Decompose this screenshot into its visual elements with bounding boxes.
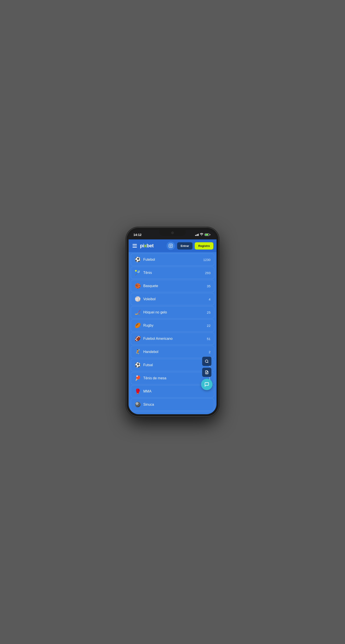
- registro-button[interactable]: Registro: [195, 242, 213, 250]
- notch: [159, 230, 186, 236]
- header: pixbet Entrar Registro: [129, 240, 216, 252]
- hamburger-button[interactable]: [132, 243, 138, 248]
- sport-emoji: 🏀: [135, 283, 141, 289]
- sport-name: MMA: [143, 390, 208, 394]
- sport-name: Tênis: [143, 271, 202, 275]
- sport-emoji: 🏉: [135, 323, 141, 328]
- sport-item-voleibol[interactable]: 🏐 Voleibol 4: [131, 293, 214, 305]
- sport-count: 4: [209, 298, 210, 301]
- status-icons: ⚡: [195, 233, 210, 236]
- phone-frame: 14:12 ⚡: [126, 228, 219, 416]
- sport-item-basquete[interactable]: 🏀 Basquete 35: [131, 280, 214, 292]
- sport-emoji: 🏓: [135, 375, 141, 381]
- entrar-button[interactable]: Entrar: [177, 242, 192, 250]
- instagram-button[interactable]: [167, 242, 175, 250]
- sport-emoji: 🤾: [135, 349, 141, 355]
- signal-icon: [195, 233, 199, 236]
- sport-emoji: ⚽: [135, 362, 141, 368]
- status-time: 14:12: [133, 233, 142, 236]
- sport-count: 1230: [203, 258, 210, 262]
- sport-item-tênis[interactable]: 🎾 Tênis 293: [131, 267, 214, 279]
- sport-item-futebol-americano[interactable]: 🏈 Futebol Americano 51: [131, 332, 214, 345]
- search-fab-button[interactable]: [202, 357, 211, 366]
- sport-count: 51: [207, 337, 210, 341]
- sport-name: Hóquei no gelo: [143, 310, 204, 314]
- sport-item-hóquei-no-gelo[interactable]: 🏒 Hóquei no gelo 25: [131, 306, 214, 318]
- svg-point-2: [172, 245, 172, 245]
- sport-item-dardos[interactable]: 🎯 Dardos 22: [131, 412, 214, 414]
- status-bar: 14:12 ⚡: [129, 230, 216, 240]
- sport-name: Tênis de mesa: [143, 376, 206, 380]
- notes-fab-button[interactable]: [202, 368, 211, 377]
- sport-emoji: 🏈: [135, 336, 141, 342]
- sport-name: Rugby: [143, 324, 204, 328]
- sport-name: Handebol: [143, 350, 206, 354]
- sport-item-futebol[interactable]: ⚽ Futebol 1230: [131, 254, 214, 266]
- phone-screen: 14:12 ⚡: [129, 230, 216, 414]
- svg-point-3: [205, 360, 208, 362]
- chat-fab-button[interactable]: [201, 379, 212, 390]
- sport-name: Futebol: [143, 258, 201, 262]
- sport-emoji: 🎱: [135, 402, 141, 408]
- svg-line-4: [207, 362, 208, 363]
- sport-count: 25: [207, 310, 210, 314]
- sport-item-rugby[interactable]: 🏉 Rugby 22: [131, 319, 214, 332]
- sport-emoji: 🏐: [135, 296, 141, 302]
- sport-count: 2: [209, 350, 210, 354]
- sport-emoji: 🎾: [135, 270, 141, 276]
- logo-text: pixbet: [140, 243, 154, 249]
- sport-item-sinuca[interactable]: 🎱 Sinuca: [131, 398, 214, 411]
- sport-item-handebol[interactable]: 🤾 Handebol 2: [131, 346, 214, 358]
- battery-icon: ⚡: [205, 234, 210, 236]
- sport-count: 22: [207, 324, 210, 328]
- sport-name: Basquete: [143, 284, 204, 288]
- svg-point-1: [170, 245, 172, 247]
- sport-name: Voleibol: [143, 297, 206, 301]
- sport-name: Futebol Americano: [143, 337, 204, 341]
- camera: [171, 232, 174, 234]
- sport-name: Sinuca: [143, 402, 208, 406]
- sport-emoji: 🏒: [135, 310, 141, 315]
- sport-emoji: ⚽: [135, 257, 141, 262]
- sport-emoji: 🥊: [135, 388, 141, 394]
- sport-count: 293: [205, 271, 210, 275]
- sport-count: 35: [207, 284, 210, 288]
- wifi-icon: [200, 233, 203, 236]
- svg-rect-0: [169, 244, 173, 248]
- sport-name: Futsal: [143, 363, 206, 367]
- logo: pixbet: [140, 243, 164, 249]
